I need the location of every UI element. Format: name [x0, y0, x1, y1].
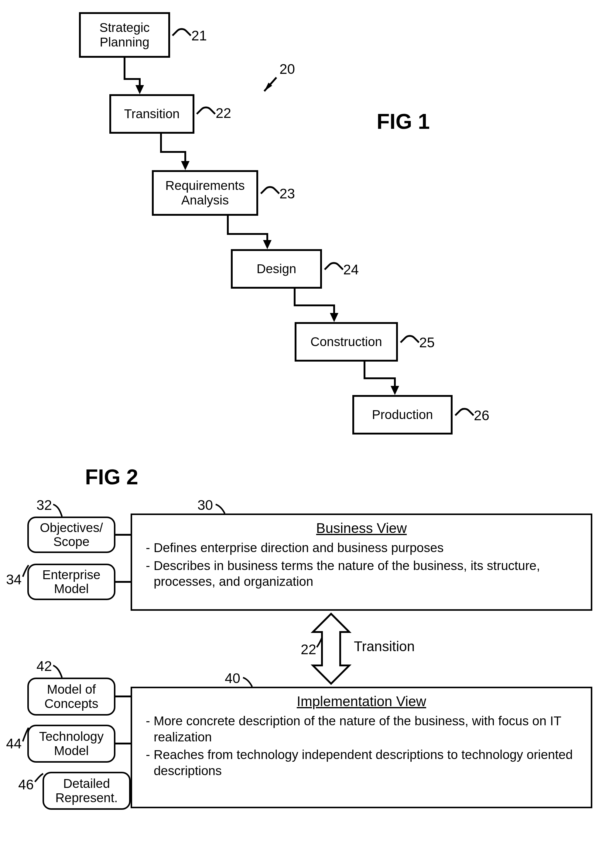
implementation-view-box: Implementation View - More concrete desc…: [131, 687, 592, 808]
page: FIG 1 20 Strategic Planning 21 Transitio…: [0, 0, 616, 852]
ref-hook-25: [400, 332, 420, 352]
svg-marker-5: [330, 313, 338, 322]
ref-hook-22: [196, 103, 216, 123]
business-view-bullet: - Describes in business terms the nature…: [146, 558, 582, 590]
svg-marker-3: [181, 161, 190, 170]
step-requirements-analysis-ref: 23: [279, 185, 295, 202]
step-requirements-analysis: Requirements Analysis: [152, 170, 258, 216]
implementation-view-bullet: - Reaches from technology independent de…: [146, 747, 582, 779]
business-view-ref: 30: [198, 497, 213, 513]
business-view-bullet: - Defines enterprise direction and busin…: [146, 540, 582, 556]
ref-hook-21: [172, 25, 191, 45]
svg-marker-12: [313, 614, 349, 684]
step-strategic-planning: Strategic Planning: [79, 12, 170, 58]
step-transition-ref: 22: [216, 105, 231, 121]
objectives-scope-ref: 32: [36, 497, 52, 513]
enterprise-model-box: Enterprise Model: [27, 563, 115, 600]
svg-marker-2: [136, 85, 144, 94]
business-view-bullets: - Defines enterprise direction and busin…: [132, 540, 591, 598]
step-production: Production: [352, 395, 453, 435]
ref-hook-23: [260, 183, 280, 202]
model-of-concepts-box: Model of Concepts: [27, 678, 115, 716]
implementation-view-bullets: - More concrete description of the natur…: [132, 713, 591, 787]
step-production-ref: 26: [474, 407, 489, 424]
step-strategic-planning-ref: 21: [191, 27, 207, 44]
implementation-view-ref: 40: [225, 670, 240, 686]
transition-ref: 22: [301, 641, 316, 657]
enterprise-model-ref: 34: [6, 571, 21, 588]
svg-marker-4: [263, 240, 272, 249]
step-design: Design: [231, 249, 322, 289]
fig1-label: FIG 1: [377, 109, 430, 134]
step-construction: Construction: [294, 322, 398, 362]
step-design-ref: 24: [343, 261, 359, 278]
implementation-view-title: Implementation View: [132, 693, 591, 710]
technology-model-box: Technology Model: [27, 725, 115, 763]
objectives-scope-box: Objectives/ Scope: [27, 517, 115, 553]
svg-line-0: [264, 77, 276, 91]
technology-model-ref: 44: [6, 735, 21, 752]
ref-hook-26: [454, 405, 474, 424]
business-view-title: Business View: [132, 520, 591, 536]
ref-hook-24: [324, 259, 344, 279]
model-of-concepts-ref: 42: [36, 658, 52, 674]
transition-label: Transition: [354, 638, 415, 654]
step-transition: Transition: [109, 94, 195, 134]
detailed-represent-ref: 46: [18, 776, 34, 793]
svg-marker-6: [391, 386, 399, 395]
detailed-represent-box: Detailed Represent.: [42, 772, 131, 810]
business-view-box: Business View - Defines enterprise direc…: [131, 514, 592, 611]
implementation-view-bullet: - More concrete description of the natur…: [146, 713, 582, 745]
fig1-ref20-label: 20: [279, 61, 295, 77]
step-construction-ref: 25: [419, 334, 435, 350]
svg-marker-1: [264, 83, 272, 91]
fig2-label: FIG 2: [85, 465, 138, 489]
